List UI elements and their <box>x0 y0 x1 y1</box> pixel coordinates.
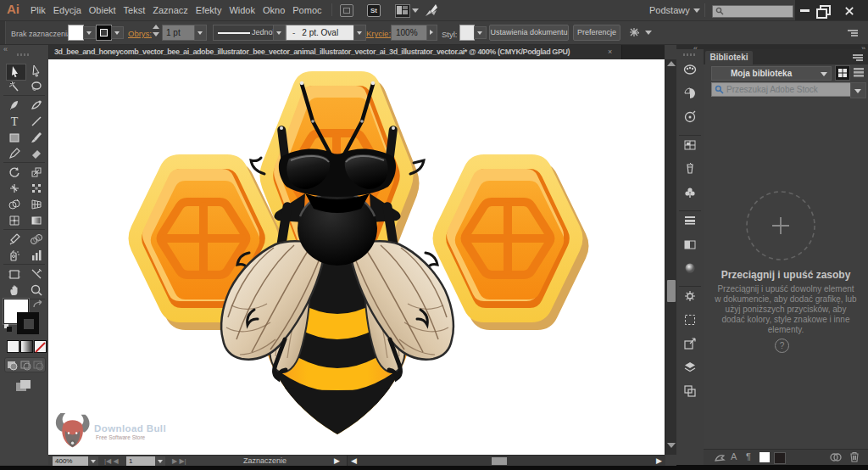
svg-text:T: T <box>11 115 19 128</box>
